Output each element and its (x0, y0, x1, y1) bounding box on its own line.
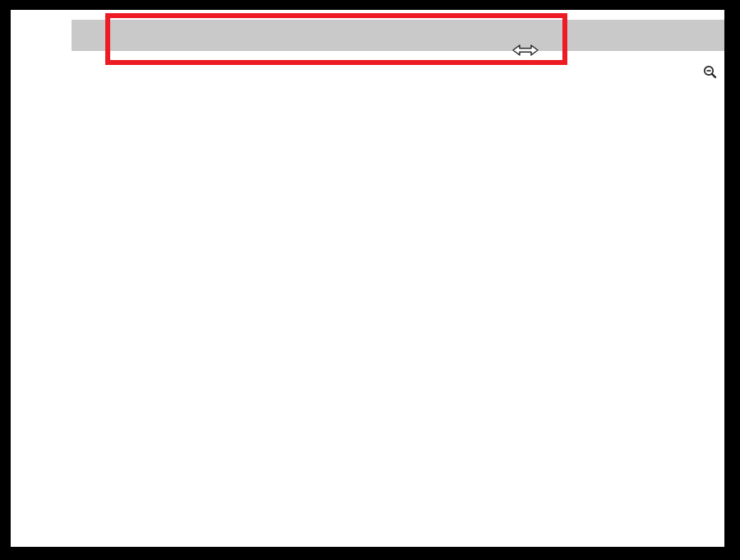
show-all-button[interactable] (630, 63, 722, 80)
zoom-out-icon (703, 65, 717, 79)
resize-cursor-icon (511, 43, 539, 58)
annotation-box (105, 13, 567, 65)
chart-canvas (0, 0, 740, 560)
screenshot-frame (0, 0, 740, 560)
